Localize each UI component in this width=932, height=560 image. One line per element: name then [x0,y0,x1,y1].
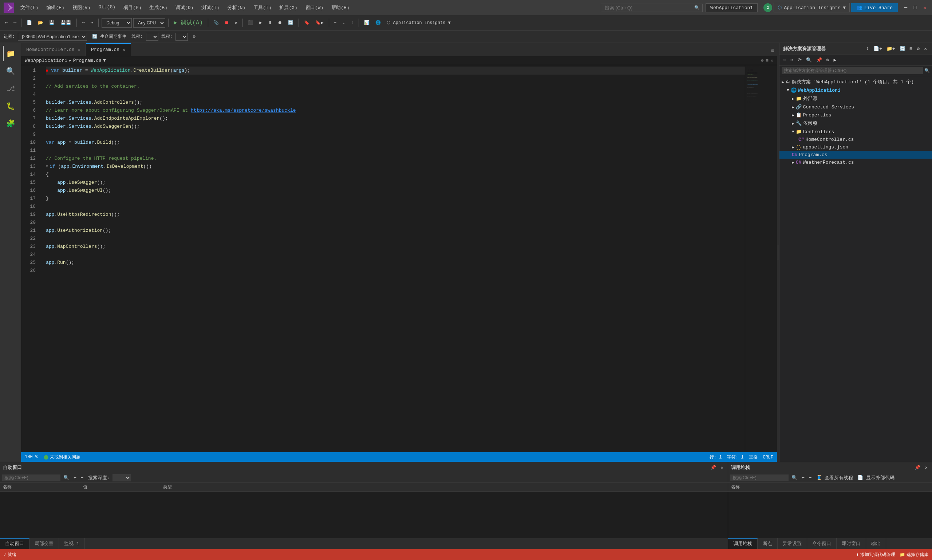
se-tb-btn6[interactable]: ⊕ [825,56,831,64]
save-all-btn[interactable]: 💾💾 [58,19,74,26]
tree-homecontroller[interactable]: C# HomeController.cs [779,136,932,143]
se-new-folder-btn[interactable]: 📁+ [885,45,897,52]
menu-tools[interactable]: 工具(T) [250,3,275,12]
forward-btn[interactable]: ⟶ [11,19,18,26]
restart-btn[interactable]: ↺ [233,19,240,26]
auto-window-search[interactable] [2,474,60,481]
solution-explorer-search-input[interactable] [782,67,923,74]
attach-btn[interactable]: 📎 [211,19,221,26]
tree-root[interactable]: ▶ 🗂 解决方案 'WebApplication1' (1 个项目, 共 1 个… [779,77,932,86]
cs-view-threads-btn[interactable]: 🧵 查看所有线程 [815,474,855,482]
call-stack-search[interactable] [730,474,789,481]
bookmark-next-btn[interactable]: 🔖▶ [313,19,325,26]
minimize-button[interactable]: ─ [902,4,909,11]
tree-project[interactable]: ▼ 🌐 WebApplication1 [779,86,932,94]
cs-nav-forward[interactable]: ➡ [807,474,813,482]
back-btn[interactable]: ⟵ [3,19,10,26]
tree-external-sources[interactable]: ▶ 📁 外部源 [779,94,932,103]
menu-git[interactable]: Git(G) [95,3,119,12]
no-problems-btn[interactable]: ⬤ 未找到相关问题 [44,454,80,460]
perf-btn[interactable]: 📊 [362,19,372,26]
tree-program[interactable]: C# Program.cs [779,151,932,158]
global-search-input[interactable] [601,4,702,12]
app-insights-button[interactable]: ⬡ Application Insights ▼ [773,3,850,12]
activity-extensions[interactable]: 🧩 [3,116,18,131]
solution-explorer-tree[interactable]: ▶ 🗂 解决方案 'WebApplication1' (1 个项目, 共 1 个… [779,76,932,462]
tab-homecontroller-close[interactable]: ✕ [77,46,80,53]
tab-callstack[interactable]: 调用堆栈 [728,538,758,549]
se-tb-btn7[interactable]: ▶ [832,56,838,64]
tab-immediate[interactable]: 即时窗口 [836,538,866,549]
tree-properties[interactable]: ▶ 📋 Properties [779,111,932,119]
env-btn[interactable]: 🌐 [373,19,383,26]
code-content[interactable]: var builder = WebApplication.CreateBuild… [40,65,745,452]
menu-view[interactable]: 视图(V) [69,3,94,12]
open-btn[interactable]: 📂 [36,19,46,26]
se-tb-btn3[interactable]: ⟳ [796,56,803,64]
se-tb-btn4[interactable]: 🔍 [804,56,813,64]
tree-weatherforecast[interactable]: ▶ C# WeatherForecast.cs [779,158,932,166]
editor-settings-btn[interactable]: ⚙ [761,58,763,63]
tree-appsettings[interactable]: ▶ {} appsettings.json [779,143,932,151]
menu-build[interactable]: 生成(B) [146,3,171,12]
editor-close-btn[interactable]: ✕ [771,58,773,63]
app-insights-toolbar-btn[interactable]: ⬡ Application Insights ▼ [384,19,453,26]
new-file-btn[interactable]: 📄 [25,19,34,26]
status-source-control[interactable]: ⬆ 添加到源代码管理 [856,552,895,558]
activity-explorer[interactable]: 📁 [3,46,18,61]
platform-dropdown[interactable]: Any CPU [133,18,165,28]
aw-nav-back[interactable]: ⬅ [72,474,78,482]
cs-close-btn[interactable]: ✕ [923,464,929,471]
menu-window[interactable]: 窗口(W) [302,3,327,12]
close-button[interactable]: ✕ [921,4,928,11]
bookmark-btn[interactable]: 🔖 [302,19,312,26]
lifecycle-btn[interactable]: 🔄 生命周期事件 [90,32,128,41]
step-out-btn[interactable]: ↑ [349,19,356,26]
se-settings-btn[interactable]: ⚙ [915,45,921,52]
menu-debug[interactable]: 调试(D) [172,3,197,12]
menu-project[interactable]: 项目(P) [120,3,145,12]
tab-exceptions[interactable]: 异常设置 [778,538,807,549]
tab-output[interactable]: 输出 [866,538,886,549]
notification-badge[interactable]: 2 [763,3,772,12]
split-editor-btn[interactable]: ⊞ [769,46,777,56]
aw-nav-forward[interactable]: ➡ [79,474,85,482]
tab-command[interactable]: 命令窗口 [807,538,836,549]
cs-nav-back[interactable]: ⬅ [800,474,806,482]
tree-controllers[interactable]: ▼ 📁 Controllers [779,128,932,136]
editor-split-btn[interactable]: ⊞ [766,58,769,63]
se-tb-btn2[interactable]: ➡ [789,56,795,64]
live-share-button[interactable]: 👥 Live Share [851,3,898,12]
aw-close-btn[interactable]: ✕ [719,464,725,471]
cs-show-external-btn[interactable]: 📄 显示外部代码 [856,474,896,482]
menu-edit[interactable]: 编辑(E) [43,3,68,12]
toolbar-btn2[interactable]: ▶ [257,19,264,26]
se-tb-btn1[interactable]: ⬅ [782,56,787,64]
stackframe-dropdown[interactable] [176,33,188,41]
se-close-all-btn[interactable]: ✕ [923,45,928,52]
maximize-button[interactable]: □ [912,4,919,11]
se-new-file-btn[interactable]: 📄+ [872,45,884,52]
activity-debug[interactable]: 🐛 [3,98,18,114]
toolbar-btn4[interactable]: ⏺ [276,19,284,26]
se-collapse-btn[interactable]: ⊟ [908,45,914,52]
se-sync-btn[interactable]: ↕ [865,45,870,52]
toolbar-btn5[interactable]: 🔄 [286,19,296,26]
menu-file[interactable]: 文件(F) [17,3,42,12]
status-repo[interactable]: 📁 选择存储库 [900,552,928,558]
tab-program[interactable]: Program.cs ✕ [86,43,131,56]
zoom-level[interactable]: 100 % [25,454,38,460]
cs-pin-btn[interactable]: 📌 [913,464,922,471]
breadcrumb-path[interactable]: WebApplication1 ▸ Program.cs ▼ [25,57,106,63]
aw-pin-btn[interactable]: 📌 [709,464,718,471]
process-dropdown[interactable]: [23660] WebApplication1.exe [18,33,87,41]
activity-search[interactable]: 🔍 [3,63,18,78]
start-debug-btn[interactable]: ▶ 调试(A) [171,18,205,28]
tab-program-close[interactable]: ✕ [122,46,125,53]
tree-connected-services[interactable]: ▶ 🔗 Connected Services [779,103,932,111]
menu-help[interactable]: 帮助(H) [328,3,353,12]
se-tb-btn5[interactable]: 📌 [815,56,824,64]
undo-btn[interactable]: ↩ [80,19,87,26]
stop-btn[interactable]: ⏹ [222,19,231,26]
menu-test[interactable]: 测试(T) [198,3,223,12]
